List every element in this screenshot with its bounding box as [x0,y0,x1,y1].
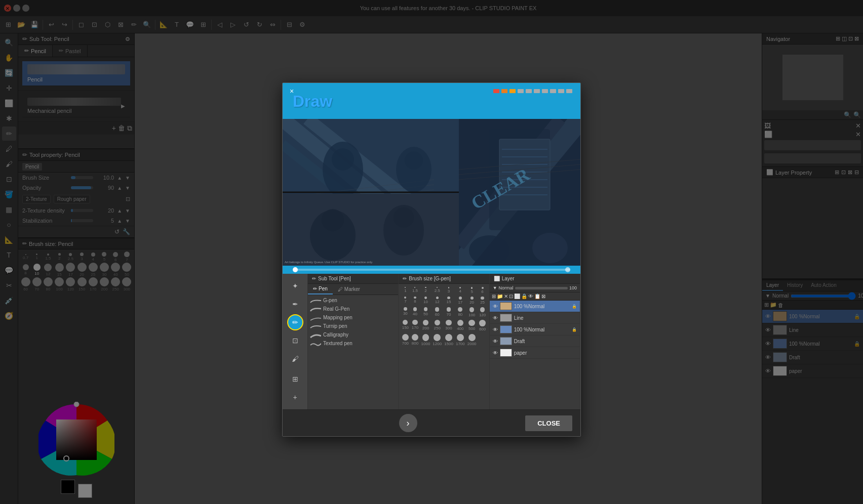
modal-image-right: CLEAR [459,119,580,266]
modal-size-300[interactable]: 300 [443,319,454,332]
ml-eye-4[interactable]: 👁 [493,339,498,344]
comic-right-svg: CLEAR [459,119,580,266]
dot-9 [558,89,564,93]
modal-size-800[interactable]: 800 [410,333,419,347]
modal-size-150[interactable]: 150 [401,319,410,332]
modal-size-1500[interactable]: 1500 [443,333,454,347]
modal-tool-pen-drop[interactable]: ✒ [287,296,303,312]
ml-eye-3[interactable]: 👁 [493,327,498,332]
modal-close-x-button[interactable]: × [287,86,297,96]
modal-opacity-val: 100 [569,285,577,290]
modal-blend-mode[interactable]: Normal [499,285,514,290]
modal-size-700[interactable]: 700 [401,333,410,347]
modal-size-12[interactable]: 12 [432,296,443,306]
ml-thumb-2 [500,314,512,322]
svg-point-25 [322,209,344,231]
modal-size-250[interactable]: 250 [432,319,443,332]
modal-size-2[interactable]: 2 [420,286,432,295]
modal-size-2.5[interactable]: 2.5 [432,286,443,295]
modal-size-80[interactable]: 80 [455,306,466,318]
modal-tool-grid[interactable]: ⊞ [287,371,303,387]
modal-layer-row-1[interactable]: 👁 100 %Normal 🔒 [490,301,580,312]
modal-size-170[interactable]: 170 [410,319,419,332]
ml-eye-5[interactable]: 👁 [493,350,498,356]
ml-name-1: 100 %Normal [514,304,570,309]
modal-image-left: CONK Art belongs to Infin [283,119,459,266]
modal-layer-row-5[interactable]: 👁 paper [490,347,580,359]
modal-tool-pen-active[interactable]: ✏ [287,314,303,330]
modal-size-1700[interactable]: 1700 [455,333,466,347]
ml-icon-8[interactable]: 📋 [534,293,540,299]
ml-icon-5[interactable]: ⬜ [514,293,520,299]
modal-size-2000[interactable]: 2000 [466,333,478,347]
modal-next-button[interactable]: › [399,414,417,432]
modal-layer-row-2[interactable]: 👁 Line [490,312,580,324]
ml-icon-1[interactable]: ⊞ [492,293,496,299]
modal-size-70[interactable]: 70 [443,306,454,318]
modal-size-100[interactable]: 100 [466,306,478,318]
modal-bottom-bar: › CLOSE [283,409,580,436]
svg-text:Art belongs to Infinity Queue.: Art belongs to Infinity Queue. Use CLIP … [285,261,373,264]
modal-brush-gpen[interactable]: G-pen [308,296,398,305]
modal-size-5[interactable]: 5 [466,286,478,295]
modal-opacity-bar[interactable] [515,287,568,289]
modal-brush-turnip[interactable]: Turnip pen [308,322,398,330]
modal-banner: Draw [283,83,580,119]
subtool-pen-icon: ✏ [312,276,316,281]
modal-size-40[interactable]: 40 [410,306,419,318]
modal-tool-star[interactable]: ✦ [287,278,303,294]
dot-1 [493,89,499,93]
modal-brush-realgpen[interactable]: Real G-Pen [308,305,398,313]
modal-size-50[interactable]: 50 [420,306,432,318]
modal-size-600[interactable]: 600 [478,319,487,332]
modal-brush-textured[interactable]: Textured pen [308,339,398,348]
ml-name-4: Draft [514,339,577,344]
modal-size-7[interactable]: 7 [401,296,410,306]
modal-size-10[interactable]: 10 [420,296,432,306]
ml-icon-3[interactable]: ✕ [504,293,508,299]
modal-size-1000[interactable]: 1000 [420,333,432,347]
modal-size-25[interactable]: 25 [478,296,487,306]
modal-size-6[interactable]: 6 [478,286,487,295]
modal-images: CONK Art belongs to Infin [283,119,580,266]
modal-size-15[interactable]: 15 [443,296,454,306]
ml-icon-4[interactable]: ⊡ [509,293,513,299]
modal-tool-paint[interactable]: 🖌 [287,351,303,367]
modal-layer-row-3[interactable]: 👁 100 %Normal 🔒 [490,324,580,335]
modal-size-3[interactable]: 3 [443,286,454,295]
modal-size-4[interactable]: 4 [455,286,466,295]
modal-size-17[interactable]: 17 [455,296,466,306]
modal-tab-marker[interactable]: 🖊 Marker [333,284,365,295]
modal-brush-mappingpen[interactable]: Mapping pen [308,313,398,322]
dot-5 [526,89,532,93]
ml-icon-7[interactable]: 👁 [528,293,533,299]
modal-size-8[interactable]: 8 [410,296,419,306]
modal-tool-eraser[interactable]: ⊡ [287,332,303,349]
modal-subtool-title: Sub Tool [Pen] [318,276,351,281]
modal-nav-end [565,267,570,272]
modal-nav-track[interactable] [293,269,570,271]
comic-left-svg: CONK Art belongs to Infin [283,119,459,266]
modal-layer-row-4[interactable]: 👁 Draft [490,335,580,347]
ml-eye-2[interactable]: 👁 [493,315,498,321]
modal-size-1.5[interactable]: 1.5 [410,286,419,295]
modal-close-button[interactable]: CLOSE [525,415,572,431]
modal-size-120[interactable]: 120 [478,306,487,318]
modal-size-200[interactable]: 200 [420,319,432,332]
modal-size-1200[interactable]: 1200 [432,333,443,347]
ml-icon-2[interactable]: 📁 [497,293,503,299]
modal-size-1[interactable]: 1 [401,286,410,295]
modal-tab-pen[interactable]: ✏ Pen [308,284,333,295]
ml-icon-9[interactable]: ⊠ [541,293,545,299]
ml-thumb-1 [500,302,512,310]
modal-size-grid-content: 11.522.534567810121517202530405060708010… [401,286,487,347]
modal-size-500[interactable]: 500 [466,319,478,332]
ml-eye-1[interactable]: 👁 [493,304,498,309]
modal-brush-calligraphy[interactable]: Calligraphy [308,330,398,339]
modal-size-30[interactable]: 30 [401,306,410,318]
ml-icon-6[interactable]: 🔒 [521,293,527,299]
modal-size-60[interactable]: 60 [432,306,443,318]
modal-size-400[interactable]: 400 [455,319,466,332]
modal-tool-add[interactable]: + [287,389,303,405]
modal-size-20[interactable]: 20 [466,296,478,306]
